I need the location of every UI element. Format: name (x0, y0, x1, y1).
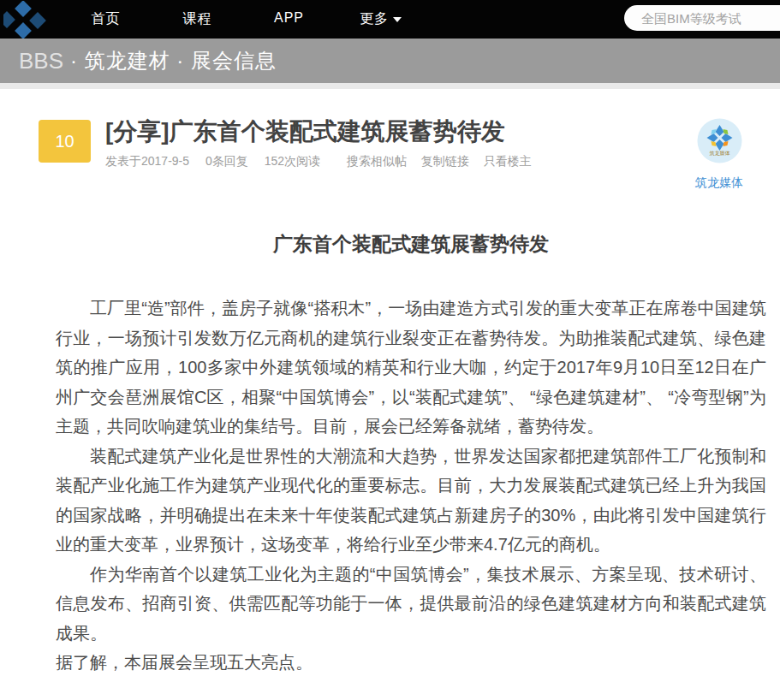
breadcrumb-path[interactable]: · 筑龙建材 · 展会信息 (70, 47, 277, 74)
article-body: 工厂里“造”部件，盖房子就像“搭积木”，一场由建造方式引发的重大变革正在席卷中国… (56, 294, 766, 678)
nav-item-courses[interactable]: 课程 (152, 10, 243, 28)
zhulong-logo-icon[interactable] (3, 1, 48, 39)
nav-item-more-label: 更多 (360, 11, 389, 26)
copy-link[interactable]: 复制链接 (421, 154, 469, 168)
breadcrumb-site[interactable]: BBS (19, 48, 63, 74)
author-box: 筑龙媒体 筑龙媒体 (681, 117, 758, 191)
paragraph: 装配式建筑产业化是世界性的大潮流和大趋势，世界发达国家都把建筑部件工厂化预制和装… (56, 442, 766, 560)
main-nav: 首页 课程 APP 更多 (60, 10, 426, 28)
paragraph: 作为华南首个以建筑工业化为主题的“中国筑博会”，集技术展示、方案呈现、技术研讨、… (56, 560, 766, 649)
nav-item-more[interactable]: 更多 (335, 10, 426, 28)
avatar-caption: 筑龙媒体 (709, 150, 729, 157)
breadcrumb: BBS · 筑龙建材 · 展会信息 (0, 39, 780, 83)
only-author-link[interactable]: 只看楼主 (484, 154, 532, 168)
post-header: 10 [分享]广东首个装配式建筑展蓄势待发 发表于2017-9-5 0条回复 1… (0, 117, 780, 182)
divider-strip (0, 83, 780, 89)
chevron-down-icon (393, 17, 402, 22)
reply-count: 0条回复 (205, 154, 248, 168)
closing-line: 据了解，本届展会呈现五大亮点。 (56, 648, 766, 678)
search-input[interactable] (624, 5, 780, 31)
search-similar-link[interactable]: 搜索相似帖 (347, 154, 407, 168)
nav-item-app[interactable]: APP (243, 10, 335, 28)
reply-count-badge: 10 (39, 120, 91, 163)
post-meta-row: 发表于2017-9-5 0条回复 152次阅读 搜索相似帖 复制链接 只看楼主 (105, 154, 780, 169)
paragraph: 工厂里“造”部件，盖房子就像“搭积木”，一场由建造方式引发的重大变革正在席卷中国… (56, 294, 766, 442)
post-title: [分享]广东首个装配式建筑展蓄势待发 (105, 117, 780, 146)
author-name-link[interactable]: 筑龙媒体 (695, 175, 743, 191)
view-count: 152次阅读 (265, 154, 320, 168)
post-date: 发表于2017-9-5 (105, 154, 189, 168)
nav-item-home[interactable]: 首页 (60, 10, 152, 28)
top-nav-bar: 首页 课程 APP 更多 (0, 0, 780, 39)
post-content: 广东首个装配式建筑展蓄势待发 工厂里“造”部件，盖房子就像“搭积木”，一场由建造… (0, 231, 780, 700)
post-actions: 搜索相似帖 复制链接 只看楼主 (347, 154, 543, 168)
article-heading: 广东首个装配式建筑展蓄势待发 (56, 231, 766, 258)
author-avatar-icon[interactable]: 筑龙媒体 (696, 152, 743, 167)
